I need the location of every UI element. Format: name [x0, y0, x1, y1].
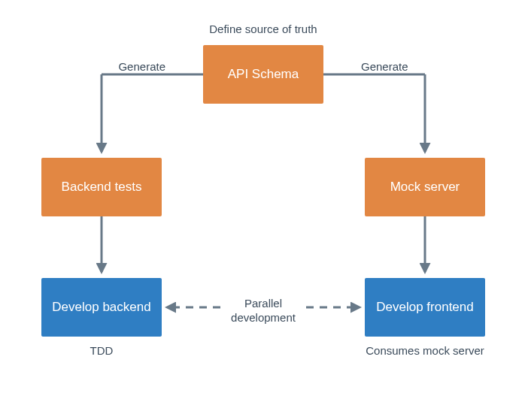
node-develop-backend: Develop backend [41, 278, 162, 337]
node-api-schema-label: API Schema [228, 67, 299, 82]
edge-label-generate-right: Generate [361, 60, 421, 74]
edge-api-to-backend-tests [102, 74, 203, 152]
edge-label-generate-left: Generate [105, 60, 165, 74]
node-backend-tests-label: Backend tests [62, 180, 142, 195]
node-develop-frontend: Develop frontend [365, 278, 485, 337]
node-mock-server-label: Mock server [390, 180, 460, 195]
edge-api-to-mock-server [323, 74, 425, 152]
caption-tdd: TDD [41, 344, 162, 358]
edge-label-parallel-dev: Parallel development [226, 297, 301, 325]
node-develop-frontend-label: Develop frontend [376, 300, 473, 315]
node-backend-tests: Backend tests [41, 158, 162, 216]
node-develop-backend-label: Develop backend [52, 300, 150, 315]
node-api-schema: API Schema [203, 45, 323, 104]
node-mock-server: Mock server [365, 158, 485, 216]
caption-top: Define source of truth [188, 23, 338, 37]
caption-consumes-mock: Consumes mock server [353, 344, 496, 358]
